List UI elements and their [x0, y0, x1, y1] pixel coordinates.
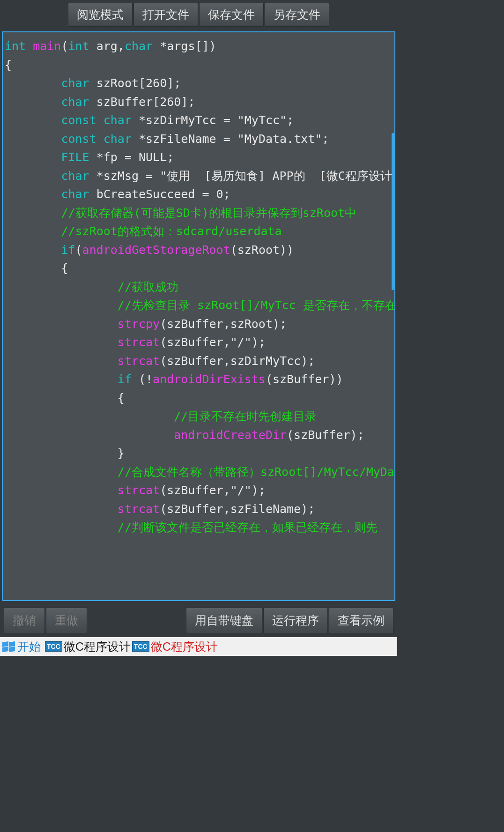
taskbar-app-2[interactable]: 微C程序设计: [151, 639, 218, 654]
tcc-icon: TCC: [45, 641, 62, 652]
save-as-button[interactable]: 另存文件: [265, 3, 329, 27]
tcc-icon: TCC: [132, 641, 149, 652]
undo-button[interactable]: 撤销: [4, 608, 45, 633]
code-line[interactable]: strcat(szBuffer,"/");: [5, 333, 393, 352]
examples-button[interactable]: 查看示例: [329, 608, 393, 633]
start-icon[interactable]: [2, 641, 15, 652]
code-line[interactable]: {: [5, 56, 393, 74]
browse-mode-button[interactable]: 阅览模式: [68, 3, 133, 27]
code-line[interactable]: if (!androidDirExists(szBuffer)): [5, 370, 393, 389]
start-menu-label[interactable]: 开始: [17, 639, 41, 654]
save-file-button[interactable]: 保存文件: [199, 3, 264, 27]
code-line[interactable]: char *szMsg = "使用 [易历知食] APP的 [微C程序设计: [5, 167, 393, 186]
keyboard-button[interactable]: 用自带键盘: [186, 608, 262, 633]
bottom-toolbar: 撤销 重做 用自带键盘 运行程序 查看示例: [0, 603, 397, 637]
scrollbar-thumb[interactable]: [392, 133, 394, 290]
code-editor[interactable]: int main(int arg,char *args[]){ char szR…: [2, 31, 395, 601]
code-line[interactable]: const char *szDirMyTcc = "MyTcc";: [5, 111, 393, 130]
code-line[interactable]: int main(int arg,char *args[]): [5, 37, 393, 56]
code-line[interactable]: char szBuffer[260];: [5, 93, 393, 111]
code-line[interactable]: //获取存储器(可能是SD卡)的根目录并保存到szRoot中: [5, 204, 393, 223]
code-line[interactable]: }: [5, 444, 393, 463]
code-line[interactable]: //目录不存在时先创建目录: [5, 407, 393, 426]
code-line[interactable]: if(androidGetStorageRoot(szRoot)): [5, 241, 393, 260]
code-line[interactable]: const char *szFileName = "MyData.txt";: [5, 130, 393, 149]
code-line[interactable]: strcat(szBuffer,szFileName);: [5, 500, 393, 519]
code-line[interactable]: androidCreateDir(szBuffer);: [5, 426, 393, 445]
code-line[interactable]: //获取成功: [5, 278, 393, 297]
code-line[interactable]: strcpy(szBuffer,szRoot);: [5, 315, 393, 334]
code-line[interactable]: //合成文件名称（带路径）szRoot[]/MyTcc/MyDa: [5, 463, 393, 482]
code-line[interactable]: char bCreateSucceed = 0;: [5, 185, 393, 204]
code-line[interactable]: {: [5, 259, 393, 278]
top-toolbar: 阅览模式 打开文件 保存文件 另存文件: [0, 0, 397, 30]
code-line[interactable]: char szRoot[260];: [5, 74, 393, 93]
code-line[interactable]: {: [5, 389, 393, 408]
code-line[interactable]: strcat(szBuffer,szDirMyTcc);: [5, 352, 393, 371]
redo-button[interactable]: 重做: [46, 608, 87, 633]
taskbar: 开始 TCC 微C程序设计 TCC 微C程序设计: [0, 637, 397, 656]
run-button[interactable]: 运行程序: [263, 608, 328, 633]
open-file-button[interactable]: 打开文件: [133, 3, 198, 27]
code-line[interactable]: //判断该文件是否已经存在，如果已经存在，则先: [5, 518, 393, 537]
editor-content[interactable]: int main(int arg,char *args[]){ char szR…: [3, 32, 394, 542]
code-line[interactable]: //先检查目录 szRoot[]/MyTcc 是否存在，不存在则: [5, 296, 393, 315]
code-line[interactable]: //szRoot的格式如：sdcard/userdata: [5, 222, 393, 241]
taskbar-app-1[interactable]: 微C程序设计: [64, 639, 131, 654]
code-line[interactable]: FILE *fp = NULL;: [5, 148, 393, 167]
code-line[interactable]: strcat(szBuffer,"/");: [5, 481, 393, 500]
